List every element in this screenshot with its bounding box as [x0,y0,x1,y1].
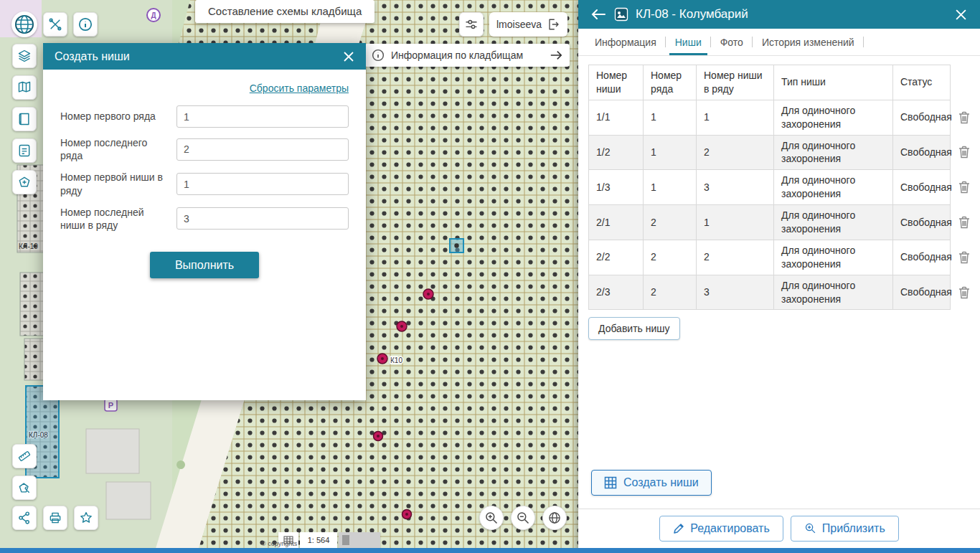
niche-table-row[interactable]: 2/1 2 1 Для одиночного захоронения Свобо… [589,205,976,240]
print-icon [48,511,62,525]
last-row-label: Номер последнего ряда [60,136,176,162]
panel-body: Номер ниши Номер ряда Номер ниши в ряду … [578,56,980,509]
cell-row: 1 [644,170,697,205]
zoom-in-icon [804,522,816,534]
print-button[interactable] [43,506,67,530]
cell-type: Для одиночного захоронения [774,135,893,170]
cell-row: 2 [644,240,697,275]
svg-text:P: P [108,401,113,410]
cell-type: Для одиночного захоронения [774,205,893,240]
journal-button[interactable] [12,107,37,131]
back-button[interactable] [590,7,607,22]
tab-information[interactable]: Информация [585,29,666,55]
add-polygon-button[interactable] [12,170,37,194]
book-icon [17,112,32,126]
panel-close-button[interactable] [953,7,969,22]
niche-table-row[interactable]: 1/3 1 3 Для одиночного захоронения Свобо… [589,170,976,205]
sliders-icon [464,17,479,32]
zoom-in-button[interactable] [479,506,504,530]
tooltip-text: Составление схемы кладбища [208,5,362,17]
zoom-out-button[interactable] [511,506,535,530]
delete-niche-button[interactable] [957,250,971,265]
delete-niche-button[interactable] [957,285,971,301]
layers-button[interactable] [12,44,37,68]
column-header: Номер ниши в ряду [697,65,774,100]
cell-niche-in-row: 3 [697,275,774,310]
column-header: Номер ниши [589,65,644,100]
checklist-button[interactable] [12,138,37,163]
trash-icon [958,111,970,124]
edit-button[interactable]: Редактировать [659,516,783,542]
cemetery-info-banner[interactable]: Информация по кладбищам [364,44,570,67]
edit-polygon-button[interactable] [12,476,37,500]
measure-button[interactable] [12,444,37,468]
cell-niche: 2/3 [589,275,644,310]
tab-niches[interactable]: Ниши [666,29,711,55]
niche-table-row[interactable]: 1/2 1 2 Для одиночного захоронения Свобо… [589,135,976,170]
delete-niche-button[interactable] [957,144,971,160]
zoom-to-object-button[interactable]: Приблизить [791,516,899,542]
globe-logo-icon [14,14,34,34]
map-book-button[interactable] [12,75,37,100]
tab-photo[interactable]: Фото [711,29,753,55]
copyright-text: © copyrights [261,540,297,547]
panel-header: КЛ-08 - Колумбарий [578,0,980,29]
zoom-button-label: Приблизить [822,522,885,535]
map-settings-button[interactable] [459,12,484,37]
niche-table-row[interactable]: 2/3 2 3 Для одиночного захоронения Свобо… [589,275,976,310]
first-niche-input[interactable] [176,173,349,195]
cell-type: Для одиночного захоронения [774,100,893,135]
niche-table-row[interactable]: 2/2 2 2 Для одиночного захоронения Свобо… [589,240,976,275]
delete-niche-button[interactable] [957,110,971,126]
reset-parameters-link[interactable]: Сбросить параметры [60,82,349,94]
cell-type: Для одиночного захоронения [774,275,893,310]
map-building [106,482,151,519]
scale-slider[interactable] [339,532,380,548]
share-button[interactable] [12,506,37,530]
edit-polygon-icon [17,481,32,495]
trash-icon [958,146,970,159]
app-logo[interactable] [11,11,37,37]
cell-status: Свободная [893,275,951,310]
last-niche-input[interactable] [176,207,349,230]
cell-niche-in-row: 3 [697,170,774,205]
last-row-input[interactable] [176,138,349,161]
first-niche-label: Номер первой ниши в ряду [60,171,176,197]
cell-row: 2 [644,205,697,240]
user-menu-button[interactable]: lmoiseeva [489,12,567,37]
arrow-right-icon [550,49,562,61]
world-extent-button[interactable] [542,506,567,530]
cell-status: Свободная [893,100,951,135]
dialog-close-button[interactable] [341,49,356,64]
execute-button[interactable]: Выполнить [150,252,259,278]
first-row-input[interactable] [176,105,349,128]
selected-grave-cell[interactable] [450,239,463,252]
scale-slider-knob[interactable] [342,535,349,545]
map-label-kl08: КЛ-08 [29,431,48,439]
cell-row: 1 [644,135,697,170]
niche-table-row[interactable]: 1/1 1 1 Для одиночного захоронения Свобо… [589,100,976,135]
tools-button[interactable] [43,12,67,37]
create-niches-button[interactable]: Создать ниши [591,470,712,496]
cell-niche-in-row: 2 [697,240,774,275]
column-header: Статус [893,65,951,100]
cell-status: Свободная [893,170,951,205]
add-niche-button[interactable]: Добавить нишу [588,317,680,340]
cell-niche-in-row: 1 [697,205,774,240]
info-button[interactable] [73,12,98,37]
create-niches-dialog: Создать ниши Сбросить параметры Номер пе… [43,43,366,400]
scale-value: 1: 564 [300,532,337,548]
cell-niche: 1/2 [589,135,644,170]
svg-text:Д: Д [151,11,156,19]
share-icon [17,511,32,525]
favorites-button[interactable] [74,506,98,530]
delete-niche-button[interactable] [957,214,971,230]
delete-niche-button[interactable] [957,179,971,195]
close-icon [955,9,967,21]
trash-icon [958,251,970,264]
map-label-kl10: КЛ-10 [19,242,38,250]
parking-icon: P [105,399,117,411]
tab-history[interactable]: История изменений [753,29,864,55]
grid-icon [604,476,617,489]
column-header: Номер ряда [644,65,697,100]
